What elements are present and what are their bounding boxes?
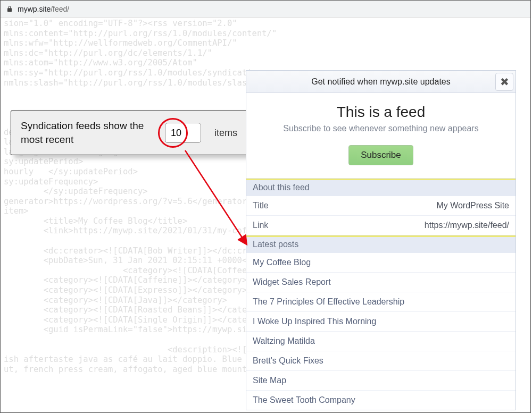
feed-intro-subtitle: Subscribe to see whenever something new … <box>255 124 507 133</box>
post-row[interactable]: Brett's Quick Fixes <box>246 351 516 371</box>
subscribe-button[interactable]: Subscribe <box>348 145 413 165</box>
about-row: Linkhttps://mywp.site/feed/ <box>246 216 516 235</box>
app-frame: mywp.site/feed/ sion="1.0" encoding="UTF… <box>0 0 531 413</box>
post-row[interactable]: The 7 Principles Of Effective Leadership <box>246 292 516 312</box>
close-icon: ✖ <box>500 75 509 88</box>
about-row-value: https://mywp.site/feed/ <box>425 221 509 230</box>
post-row[interactable]: My Coffee Blog <box>246 253 516 273</box>
feed-reader-panel: Get notified when mywp.site updates ✖ Th… <box>246 70 516 410</box>
panel-header: Get notified when mywp.site updates ✖ <box>246 71 516 93</box>
section-header-about: About this feed <box>246 179 516 196</box>
post-row[interactable]: Widget Sales Report <box>246 273 516 292</box>
post-row[interactable]: I Woke Up Inspired This Morning <box>246 312 516 332</box>
syndication-settings-card: Syndication feeds show the most recent i… <box>11 111 259 155</box>
items-field-wrapper <box>159 121 207 145</box>
url-bar: mywp.site/feed/ <box>1 1 530 18</box>
about-row-value: My WordPress Site <box>436 201 509 210</box>
posts-list: My Coffee BlogWidget Sales ReportThe 7 P… <box>246 253 516 410</box>
items-suffix: items <box>214 128 237 139</box>
about-row-label: Title <box>253 201 269 210</box>
post-row[interactable]: The Sweet Tooth Company <box>246 391 516 410</box>
items-count-input[interactable] <box>165 123 201 143</box>
post-row[interactable]: Site Map <box>246 371 516 391</box>
section-header-posts: Latest posts <box>246 235 516 253</box>
post-row[interactable]: Waltzing Matilda <box>246 332 516 351</box>
close-button[interactable]: ✖ <box>495 73 513 91</box>
panel-title: Get notified when mywp.site updates <box>311 77 450 87</box>
url-host: mywp.site <box>18 5 51 13</box>
url-path: /feed/ <box>51 5 69 13</box>
about-row: TitleMy WordPress Site <box>246 196 516 216</box>
about-row-label: Link <box>253 221 268 230</box>
syndication-label: Syndication feeds show the most recent <box>21 119 159 146</box>
about-rows: TitleMy WordPress SiteLinkhttps://mywp.s… <box>246 196 516 235</box>
panel-intro: This is a feed Subscribe to see whenever… <box>246 93 516 179</box>
feed-intro-title: This is a feed <box>255 104 507 121</box>
lock-icon <box>6 5 13 13</box>
